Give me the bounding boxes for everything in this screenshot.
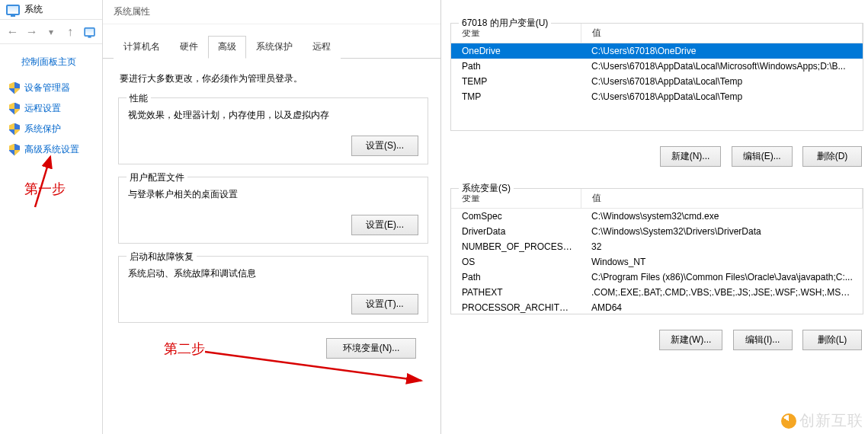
admin-note: 要进行大多数更改，你必须作为管理员登录。 bbox=[120, 72, 428, 85]
up-icon[interactable]: ↑ bbox=[63, 25, 76, 39]
table-row[interactable]: OneDriveC:\Users\67018\OneDrive bbox=[451, 43, 863, 59]
startup-settings-button[interactable]: 设置(T)... bbox=[351, 294, 418, 314]
group-legend: 用户配置文件 bbox=[127, 171, 187, 184]
group-performance: 性能 视觉效果，处理器计划，内存使用，以及虚拟内存 设置(S)... bbox=[118, 97, 428, 164]
sidebar-link-list: 设备管理器远程设置系统保护高级系统设置 bbox=[0, 78, 102, 160]
var-value: C:\Users\67018\OneDrive bbox=[581, 43, 863, 59]
var-name: PROCESSOR_ARCHITECT... bbox=[451, 300, 581, 314]
dialog-title: 系统属性 bbox=[103, 0, 440, 24]
tab-3[interactable]: 系统保护 bbox=[246, 36, 303, 59]
col-header-value[interactable]: 值 bbox=[581, 24, 863, 43]
system-icon-small bbox=[84, 27, 95, 37]
svg-line-0 bbox=[35, 157, 50, 207]
sidebar-item-label: 系统保护 bbox=[24, 123, 61, 136]
shield-icon bbox=[9, 103, 20, 115]
sidebar-item-1[interactable]: 远程设置 bbox=[6, 98, 96, 119]
var-value: .COM;.EXE;.BAT;.CMD;.VBS;.VBE;.JS;.JSE;.… bbox=[581, 285, 863, 300]
back-icon[interactable]: ← bbox=[6, 25, 19, 39]
var-value: C:\Users\67018\AppData\Local\Temp bbox=[581, 89, 863, 104]
var-value: C:\Users\67018\AppData\Local\Microsoft\W… bbox=[581, 59, 863, 74]
shield-icon bbox=[9, 123, 20, 136]
watermark-logo-icon bbox=[781, 413, 796, 429]
table-row[interactable]: PathC:\Users\67018\AppData\Local\Microso… bbox=[451, 59, 863, 74]
var-name: TEMP bbox=[451, 74, 581, 89]
table-row[interactable]: NUMBER_OF_PROCESSORS32 bbox=[451, 239, 863, 254]
user-variables-group: 67018 的用户变量(U) 变量 值 OneDriveC:\Users\670… bbox=[450, 23, 863, 131]
var-value: C:\Windows\System32\Drivers\DriverData bbox=[581, 224, 863, 239]
nav-toolbar: ← → ▾ ↑ bbox=[0, 20, 102, 44]
annotation-step2: 第二步 bbox=[164, 340, 205, 358]
table-row[interactable]: ComSpecC:\Windows\system32\cmd.exe bbox=[451, 209, 863, 225]
system-vars-button-row: 新建(W)... 编辑(I)... 删除(L) bbox=[441, 321, 868, 353]
tab-0[interactable]: 计算机名 bbox=[114, 36, 170, 59]
system-variables-group: 系统变量(S) 变量 值 ComSpecC:\Windows\system32\… bbox=[450, 188, 863, 314]
group-legend: 67018 的用户变量(U) bbox=[459, 17, 551, 30]
col-header-value[interactable]: 值 bbox=[581, 189, 863, 209]
user-edit-button[interactable]: 编辑(E)... bbox=[732, 146, 793, 167]
var-name: OneDrive bbox=[451, 43, 581, 59]
group-legend: 性能 bbox=[127, 92, 151, 105]
var-value: C:\Program Files (x86)\Common Files\Orac… bbox=[581, 270, 863, 285]
var-name: ComSpec bbox=[451, 209, 581, 225]
watermark: 创新互联 bbox=[781, 410, 863, 431]
system-variables-table[interactable]: 变量 值 ComSpecC:\Windows\system32\cmd.exeD… bbox=[451, 189, 863, 314]
table-row[interactable]: PATHEXT.COM;.EXE;.BAT;.CMD;.VBS;.VBE;.JS… bbox=[451, 285, 863, 300]
sidebar-item-2[interactable]: 系统保护 bbox=[6, 119, 96, 139]
var-name: OS bbox=[451, 254, 581, 270]
group-legend: 系统变量(S) bbox=[459, 182, 514, 195]
user-delete-button[interactable]: 删除(D) bbox=[802, 146, 862, 167]
control-panel-sidebar: 系统 ← → ▾ ↑ 控制面板主页 设备管理器远程设置系统保护高级系统设置 第一… bbox=[0, 0, 103, 434]
tab-2[interactable]: 高级 bbox=[208, 36, 246, 59]
window-title-bar: 系统 bbox=[0, 0, 102, 20]
table-row[interactable]: TMPC:\Users\67018\AppData\Local\Temp bbox=[451, 89, 863, 104]
window-title: 系统 bbox=[24, 3, 43, 16]
sys-edit-button[interactable]: 编辑(I)... bbox=[733, 330, 793, 350]
table-row[interactable]: DriverDataC:\Windows\System32\Drivers\Dr… bbox=[451, 224, 863, 239]
user-profiles-settings-button[interactable]: 设置(E)... bbox=[351, 215, 418, 235]
var-value: 32 bbox=[581, 239, 863, 254]
sidebar-item-label: 远程设置 bbox=[24, 102, 61, 115]
tab-4[interactable]: 远程 bbox=[303, 36, 341, 59]
sys-new-button[interactable]: 新建(W)... bbox=[659, 330, 722, 350]
performance-settings-button[interactable]: 设置(S)... bbox=[351, 136, 418, 156]
group-text: 视觉效果，处理器计划，内存使用，以及虚拟内存 bbox=[128, 109, 418, 122]
var-value: C:\Windows\system32\cmd.exe bbox=[581, 209, 863, 225]
sidebar-item-label: 设备管理器 bbox=[24, 81, 70, 94]
shield-icon bbox=[9, 82, 20, 94]
group-text: 与登录帐户相关的桌面设置 bbox=[128, 188, 418, 201]
var-name: Path bbox=[451, 59, 581, 74]
shield-icon bbox=[9, 144, 20, 156]
table-row[interactable]: PathC:\Program Files (x86)\Common Files\… bbox=[451, 270, 863, 285]
user-variables-table[interactable]: 变量 值 OneDriveC:\Users\67018\OneDrivePath… bbox=[451, 24, 863, 104]
system-icon bbox=[6, 5, 20, 15]
var-value: AMD64 bbox=[581, 300, 863, 314]
user-new-button[interactable]: 新建(N)... bbox=[660, 146, 722, 167]
table-row[interactable]: OSWindows_NT bbox=[451, 254, 863, 270]
table-row[interactable]: PROCESSOR_ARCHITECT...AMD64 bbox=[451, 300, 863, 314]
group-text: 系统启动、系统故障和调试信息 bbox=[128, 267, 418, 280]
svg-line-1 bbox=[205, 352, 421, 381]
environment-variables-dialog: 67018 的用户变量(U) 变量 值 OneDriveC:\Users\670… bbox=[441, 0, 868, 434]
var-name: TMP bbox=[451, 89, 581, 104]
forward-icon[interactable]: → bbox=[25, 25, 38, 39]
var-name: NUMBER_OF_PROCESSORS bbox=[451, 239, 581, 254]
var-name: DriverData bbox=[451, 224, 581, 239]
sys-delete-button[interactable]: 删除(L) bbox=[802, 330, 862, 350]
watermark-text: 创新互联 bbox=[799, 410, 863, 431]
system-properties-dialog: 系统属性 计算机名硬件高级系统保护远程 要进行大多数更改，你必须作为管理员登录。… bbox=[103, 0, 441, 434]
var-name: PATHEXT bbox=[451, 285, 581, 300]
tab-strip: 计算机名硬件高级系统保护远程 bbox=[103, 24, 440, 59]
group-user-profiles: 用户配置文件 与登录帐户相关的桌面设置 设置(E)... bbox=[118, 177, 428, 244]
sidebar-item-0[interactable]: 设备管理器 bbox=[6, 78, 96, 98]
control-panel-home-link[interactable]: 控制面板主页 bbox=[0, 44, 102, 78]
group-startup-recovery: 启动和故障恢复 系统启动、系统故障和调试信息 设置(T)... bbox=[118, 256, 428, 323]
var-value: C:\Users\67018\AppData\Local\Temp bbox=[581, 74, 863, 89]
tab-1[interactable]: 硬件 bbox=[170, 36, 208, 59]
dropdown-icon[interactable]: ▾ bbox=[44, 27, 57, 37]
var-value: Windows_NT bbox=[581, 254, 863, 270]
table-row[interactable]: TEMPC:\Users\67018\AppData\Local\Temp bbox=[451, 74, 863, 89]
var-name: Path bbox=[451, 270, 581, 285]
user-vars-button-row: 新建(N)... 编辑(E)... 删除(D) bbox=[441, 137, 868, 170]
tab-body-advanced: 要进行大多数更改，你必须作为管理员登录。 性能 视觉效果，处理器计划，内存使用，… bbox=[103, 59, 440, 366]
group-legend: 启动和故障恢复 bbox=[127, 251, 197, 263]
